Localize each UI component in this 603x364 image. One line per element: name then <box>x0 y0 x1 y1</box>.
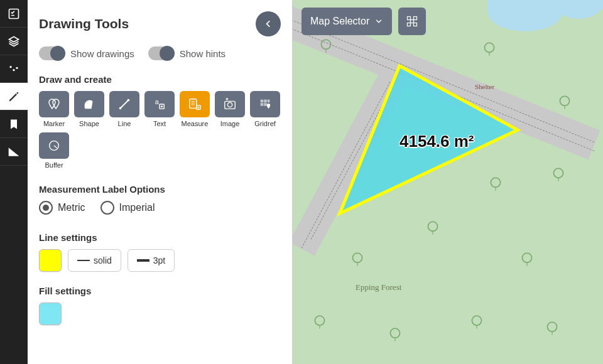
svg-line-6 <box>121 101 128 108</box>
panel-back-button[interactable] <box>256 11 281 36</box>
chevron-down-icon <box>374 17 383 26</box>
svg-rect-58 <box>411 20 414 23</box>
svg-rect-26 <box>264 103 267 106</box>
map-road-dash <box>302 82 391 248</box>
section-measurement-title: Measurement Label Options <box>39 184 281 195</box>
tree-icon <box>312 314 328 330</box>
tool-label: Gridref <box>254 120 276 127</box>
tool-label: Measure <box>182 120 209 127</box>
radio-metric[interactable]: Metric <box>39 201 85 215</box>
line-width-label: 3pt <box>153 255 165 265</box>
map-selector-dropdown[interactable]: Map Selector <box>302 8 392 35</box>
toggle-show-drawings[interactable]: Show drawings <box>39 46 134 60</box>
switch-icon <box>148 46 175 60</box>
rail-scatter[interactable] <box>0 55 28 83</box>
svg-rect-54 <box>408 17 411 20</box>
ruler-icon <box>8 146 20 158</box>
toggle-label: Show drawings <box>70 48 134 59</box>
tool-marker[interactable] <box>39 91 69 117</box>
svg-point-19 <box>227 102 232 107</box>
tool-gridref[interactable] <box>250 91 280 117</box>
tool-image[interactable] <box>215 91 245 117</box>
tool-buffer[interactable] <box>39 132 69 159</box>
line-style-label: solid <box>94 255 112 265</box>
rail-ruler[interactable] <box>0 138 28 166</box>
tree-icon <box>544 320 560 336</box>
svg-point-30 <box>321 40 330 49</box>
section-draw-title: Draw and create <box>39 74 281 85</box>
tool-shape[interactable] <box>74 91 104 117</box>
tree-icon <box>318 38 334 54</box>
tool-label: Line <box>118 120 131 127</box>
svg-point-3 <box>16 67 18 68</box>
svg-rect-24 <box>268 100 270 103</box>
map-road <box>293 70 406 255</box>
grid-icon <box>406 15 418 28</box>
map-text-forest: Epping Forest <box>356 282 401 292</box>
map-text-shelter: Shelter <box>475 83 494 90</box>
svg-point-48 <box>390 328 399 338</box>
measurement-label: 4154.6 m² <box>399 132 474 151</box>
tool-grid: Marker Shape Line a Text <box>39 91 281 169</box>
marker-icon <box>46 97 62 112</box>
shape-icon <box>82 97 96 111</box>
svg-point-50 <box>472 316 481 325</box>
tool-label: Buffer <box>45 161 63 169</box>
svg-point-2 <box>13 69 14 71</box>
map-grid-button[interactable] <box>398 8 426 35</box>
toggle-show-hints[interactable]: Show hints <box>148 46 225 60</box>
drawing-tools-panel: Drawing Tools Show drawings Show hints D… <box>28 0 293 364</box>
svg-point-40 <box>428 222 437 231</box>
map-road-dash <box>311 73 400 239</box>
svg-point-34 <box>560 96 569 105</box>
svg-rect-23 <box>264 100 267 103</box>
tool-line[interactable] <box>109 91 139 117</box>
svg-point-1 <box>9 66 11 68</box>
buffer-icon <box>47 139 61 153</box>
tree-icon <box>425 220 441 236</box>
rail-layers[interactable] <box>0 28 28 55</box>
svg-text:a: a <box>155 98 160 105</box>
tool-text[interactable]: a <box>144 91 175 117</box>
toggle-label: Show hints <box>180 48 225 59</box>
tool-label: Text <box>153 120 166 127</box>
map-selector-label: Map Selector <box>310 16 369 27</box>
tree-icon <box>487 176 504 192</box>
svg-rect-25 <box>261 103 264 106</box>
rail-bookmark[interactable] <box>0 110 28 138</box>
line-color-swatch[interactable] <box>39 249 62 272</box>
tool-label: Shape <box>79 120 99 127</box>
switch-icon <box>39 46 65 60</box>
panel-title: Drawing Tools <box>39 16 129 31</box>
bookmark-icon <box>8 118 20 131</box>
svg-rect-55 <box>408 23 411 26</box>
layers-icon <box>8 35 20 48</box>
tree-icon <box>481 41 497 57</box>
tree-icon <box>469 314 485 330</box>
line-width-select[interactable]: 3pt <box>128 249 175 272</box>
radio-label: Imperial <box>119 202 155 213</box>
svg-point-44 <box>522 253 531 262</box>
map-canvas[interactable]: 4154.6 m² Shelter Epping Forest Map Sele… <box>293 0 603 364</box>
tool-label: Marker <box>43 120 65 127</box>
radio-imperial[interactable]: Imperial <box>100 201 155 215</box>
tree-icon <box>557 94 573 110</box>
line-icon <box>117 97 131 111</box>
line-style-select[interactable]: solid <box>68 249 121 272</box>
svg-point-32 <box>484 43 494 52</box>
svg-point-42 <box>352 253 362 262</box>
map-bg: 4154.6 m² Shelter Epping Forest <box>293 0 603 364</box>
camera-icon <box>223 97 237 111</box>
scatter-icon <box>8 63 20 75</box>
line-solid-icon <box>77 260 90 261</box>
tree-icon <box>349 251 366 267</box>
rail-pencil[interactable] <box>0 83 28 110</box>
svg-rect-57 <box>414 23 417 26</box>
svg-rect-0 <box>9 9 19 18</box>
rail-checklist[interactable] <box>0 0 28 28</box>
tool-measure[interactable] <box>180 91 210 117</box>
checklist-icon <box>8 8 20 20</box>
fill-color-swatch[interactable] <box>39 302 62 325</box>
tree-icon <box>387 326 403 343</box>
svg-rect-11 <box>190 99 197 109</box>
